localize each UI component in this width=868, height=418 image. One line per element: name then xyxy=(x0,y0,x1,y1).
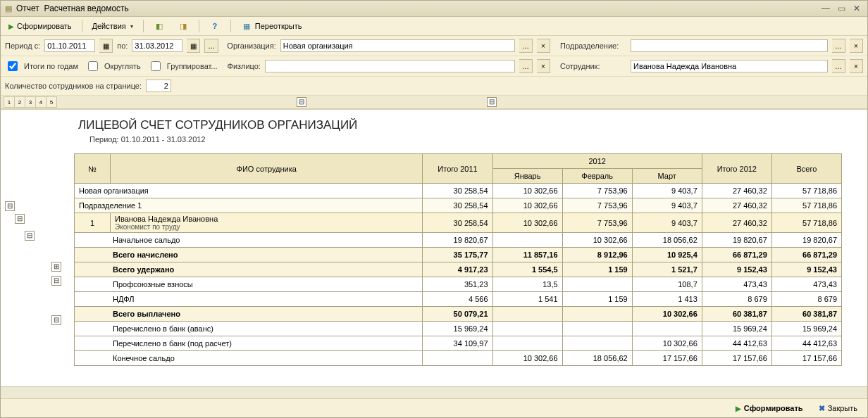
period-picker-button[interactable]: … xyxy=(204,39,218,53)
col-mar: Март xyxy=(632,169,702,184)
cell-value: 8 912,96 xyxy=(562,248,632,262)
table-row[interactable]: НДФЛ4 5661 5411 1591 4138 6798 679 xyxy=(75,292,842,307)
app-icon: ▤ xyxy=(4,4,13,13)
separator xyxy=(199,20,199,32)
itogi-label: Итоги по годам xyxy=(24,62,78,70)
toolbar: ▶ Сформировать Действия ▾ ◧ ◨ ? ▦ Переот… xyxy=(1,17,867,36)
org-clear-button[interactable]: × xyxy=(537,39,550,53)
org-input[interactable] xyxy=(280,39,515,52)
tree-expander-1[interactable]: ⊟ xyxy=(5,201,15,211)
close-window-button[interactable]: ✕ xyxy=(849,2,864,15)
table-row[interactable]: 1Иванова Надежда ИвановнаЭкономист по тр… xyxy=(75,213,842,233)
separator xyxy=(82,20,82,32)
sotr-select-button[interactable]: … xyxy=(832,59,845,73)
separator xyxy=(143,20,144,32)
fizlico-select-button[interactable]: … xyxy=(519,59,533,73)
cell-value: 19 820,67 xyxy=(771,233,841,248)
itogi-checkbox[interactable] xyxy=(8,61,18,71)
level-2-tab[interactable]: 2 xyxy=(14,96,25,108)
table-row[interactable]: Подразделение 130 258,5410 302,667 753,9… xyxy=(75,198,842,213)
cell-value: 10 302,66 xyxy=(562,233,632,248)
calendar-from-button[interactable]: ▦ xyxy=(99,39,113,53)
content-area: ⊟ ⊟ ⊟ ⊞ ⊟ ⊟ ЛИЦЕВОЙ СЧЕТ СОТРУДНИКОВ ОРГ… xyxy=(1,109,867,386)
level-4-tab[interactable]: 4 xyxy=(35,96,46,108)
minimize-button[interactable]: — xyxy=(818,2,833,15)
cell-value: 1 541 xyxy=(492,292,562,307)
cell-employee-name: Иванова Надежда ИвановнаЭкономист по тру… xyxy=(111,213,423,233)
fizlico-input[interactable] xyxy=(265,60,515,72)
cell-value: 8 679 xyxy=(771,292,841,307)
sotr-clear-button[interactable]: × xyxy=(850,59,863,73)
calendar-to-button[interactable]: ▦ xyxy=(187,39,200,53)
dept-clear-button[interactable]: × xyxy=(850,39,863,53)
cell-value: 15 969,24 xyxy=(771,322,841,336)
table-row[interactable]: Новая организация30 258,5410 302,667 753… xyxy=(75,184,842,198)
cell-value xyxy=(562,322,632,336)
settings-icon-button[interactable]: ◧ xyxy=(149,18,170,34)
report-body[interactable]: ЛИЦЕВОЙ СЧЕТ СОТРУДНИКОВ ОРГАНИЗАЦИЙ Пер… xyxy=(71,110,867,386)
reopen-label: Переоткрыть xyxy=(255,22,302,30)
okrug-checkbox[interactable] xyxy=(88,61,98,71)
help-button[interactable]: ? xyxy=(204,18,225,34)
collapse-mid-button[interactable]: ⊟ xyxy=(297,97,306,107)
collapse-right-button[interactable]: ⊟ xyxy=(487,97,497,107)
col-total-2012: Итого 2012 xyxy=(702,154,771,184)
cell-value: 30 258,54 xyxy=(423,213,492,233)
count-label: Количество сотрудников на странице: xyxy=(5,82,142,90)
level-5-tab[interactable]: 5 xyxy=(46,96,57,108)
cell-label: Всего выплачено xyxy=(75,307,423,322)
cell-value: 34 109,97 xyxy=(423,336,492,351)
tree-expander-4[interactable]: ⊞ xyxy=(51,262,61,272)
cell-value: 10 925,4 xyxy=(632,248,702,262)
cell-value: 13,5 xyxy=(492,277,562,292)
dept-select-button[interactable]: … xyxy=(832,39,845,53)
tree-expander-3[interactable]: ⊟ xyxy=(25,231,35,241)
group-checkbox[interactable] xyxy=(151,61,161,71)
actions-button[interactable]: Действия ▾ xyxy=(87,20,138,32)
count-input[interactable] xyxy=(146,80,171,92)
cell-value: 9 403,7 xyxy=(632,213,702,233)
cell-value: 57 718,86 xyxy=(771,213,841,233)
org-label: Организация: xyxy=(227,42,275,50)
tree-expander-2[interactable]: ⊟ xyxy=(15,214,25,224)
cell-value: 10 302,66 xyxy=(492,198,562,213)
horizontal-scrollbar[interactable] xyxy=(1,386,867,398)
form-button[interactable]: ▶ Сформировать xyxy=(4,20,77,32)
period-from-input[interactable] xyxy=(44,39,95,52)
maximize-button[interactable]: ▭ xyxy=(833,2,849,15)
cell-value: 15 969,24 xyxy=(702,322,771,336)
cell-value: 30 258,54 xyxy=(423,198,492,213)
cell-value xyxy=(492,322,562,336)
org-select-button[interactable]: … xyxy=(519,39,533,53)
close-button[interactable]: ✖ Закрыть xyxy=(814,403,862,414)
cell-value xyxy=(562,307,632,322)
table-row[interactable]: Начальное сальдо19 820,6710 302,6618 056… xyxy=(75,233,842,248)
level-3-tab[interactable]: 3 xyxy=(25,96,36,108)
cell-value: 17 157,66 xyxy=(632,351,702,366)
table-row[interactable]: Профсоюзные взносы351,2313,5108,7473,434… xyxy=(75,277,842,292)
cell-label: НДФЛ xyxy=(75,292,423,307)
table-row[interactable]: Всего начислено35 175,7711 857,168 912,9… xyxy=(75,248,842,262)
cell-value: 10 302,66 xyxy=(632,336,702,351)
cell-value xyxy=(562,277,632,292)
cell-value: 1 413 xyxy=(632,292,702,307)
bottom-bar: ▶ Сформировать ✖ Закрыть xyxy=(1,398,867,417)
form-bottom-button[interactable]: ▶ Сформировать xyxy=(730,403,809,414)
cell-value: 9 403,7 xyxy=(632,184,702,198)
table-row[interactable]: Всего выплачено50 079,2110 302,6660 381,… xyxy=(75,307,842,322)
tree-expander-6[interactable]: ⊟ xyxy=(51,315,61,325)
reopen-button[interactable]: ▦ Переоткрыть xyxy=(236,18,307,34)
table-row[interactable]: Конечное сальдо10 302,6618 056,6217 157,… xyxy=(75,351,842,366)
dept-input[interactable] xyxy=(631,39,828,52)
table-row[interactable]: Перечислено в банк (под расчет)34 109,97… xyxy=(75,336,842,351)
sotr-input[interactable] xyxy=(631,60,828,72)
table-row[interactable]: Перечислено в банк (аванс)15 969,2415 96… xyxy=(75,322,842,336)
fizlico-clear-button[interactable]: × xyxy=(537,59,550,73)
tree-expander-5[interactable]: ⊟ xyxy=(51,276,61,286)
table-row[interactable]: Всего удержано4 917,231 554,51 1591 521,… xyxy=(75,262,842,277)
level-1-tab[interactable]: 1 xyxy=(4,96,15,108)
restore-icon-button[interactable]: ◨ xyxy=(173,18,194,34)
cell-value: 10 302,66 xyxy=(492,184,562,198)
cell-value: 18 056,62 xyxy=(632,233,702,248)
period-to-input[interactable] xyxy=(132,39,182,52)
